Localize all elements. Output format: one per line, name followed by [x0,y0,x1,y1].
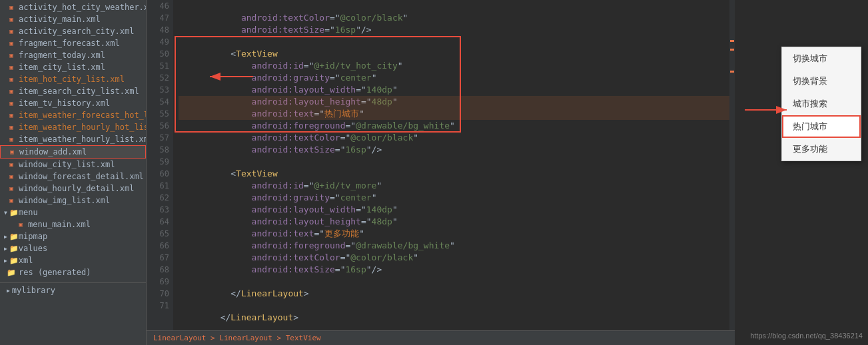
watermark: https://blog.csdn.net/qq_38436214 [750,332,863,340]
code-line-55: android:foreground="@drawable/bg_white" [179,108,735,120]
expand-triangle-icon: ▼ [4,210,7,216]
folder-icon: 📁 [9,232,19,241]
xml-file-icon: ▣ [7,123,16,132]
file-label: item_weather_hourly_hot_list.xml [19,123,147,132]
context-menu-item-switch-bg[interactable]: 切换背景 [782,70,861,93]
group-label: mipmap [19,232,47,241]
context-menu-item-hot-city[interactable]: 热门城市 [782,115,861,138]
group-label: values [19,244,47,253]
file-label: window_add.xml [19,147,87,157]
file-label: window_forecast_detail.xml [19,172,144,181]
context-menu: 切换城市 切换背景 城市搜索 热门城市 更多功能 [781,47,861,161]
code-line-69: </LinearLayout> [179,276,735,288]
xml-file-icon: ▣ [7,111,16,120]
xml-file-icon: ▣ [7,27,16,36]
context-menu-item-city-search[interactable]: 城市搜索 [782,93,861,115]
file-label: fragment_forecast.xml [19,39,120,48]
code-editor: 46 47 48 49 50 51 52 53 54 55 56 57 58 5… [147,0,735,345]
code-content[interactable]: android:textColor="@color/black" android… [173,0,735,330]
code-line-62: android:layout_width="140dp" [179,192,735,204]
code-line-49: <TextView [179,36,735,48]
context-menu-item-more-features[interactable]: 更多功能 [782,138,861,161]
activity-search-city-xml[interactable]: ▣ activity_search_city.xml [0,25,146,37]
xml-file-icon: ▣ [7,15,16,24]
file-label: menu_main.xml [28,220,91,229]
code-line-66: android:textColor="@color/black" [179,240,735,252]
folder-icon: 📁 [7,268,16,277]
code-line-59: <TextView [179,156,735,168]
item-hot-city-list-xml[interactable]: ▣ item_hot_city_list.xml [0,73,146,85]
code-line-48 [179,24,735,36]
file-label: item_weather_hourly_list.xml [19,135,147,144]
xml-file-icon: ▣ [7,3,16,12]
file-label: item_hot_city_list.xml [19,75,125,84]
file-label: item_search_city_list.xml [19,87,139,96]
item-tv-history-xml[interactable]: ▣ item_tv_history.xml [0,97,146,109]
code-line-57: android:textSize="16sp"/> [179,132,735,144]
file-label: window_city_list.xml [19,160,115,169]
xml-file-icon: ▣ [16,220,25,229]
item-weather-forecast-hot-list-xml[interactable]: ▣ item_weather_forecast_hot_list.xml [0,109,146,121]
menu-group[interactable]: ▼ 📁 menu [0,206,146,218]
code-line-53: android:layout_height="48dp" [179,84,735,96]
fragment-forecast-xml[interactable]: ▣ fragment_forecast.xml [0,37,146,49]
fragment-today-xml[interactable]: ▣ fragment_today.xml [0,49,146,61]
code-line-71: </LinearLayout> [179,300,735,312]
expand-triangle-icon: ▶ [7,288,10,294]
code-line-68 [179,264,735,276]
item-weather-hourly-hot-list-xml[interactable]: ▣ item_weather_hourly_hot_list.xml [0,121,146,133]
expand-triangle-icon: ▶ [4,246,7,252]
code-line-54: android:text="热门城市" [179,96,735,108]
mylibrary[interactable]: ▶ mylibrary [0,282,146,296]
item-city-list-xml[interactable]: ▣ item_city_list.xml [0,61,146,73]
window-add-xml[interactable]: ▣ window_add.xml [0,145,146,159]
code-line-47: android:textSize="16sp"/> [179,12,735,24]
context-menu-box: 切换城市 切换背景 城市搜索 热门城市 更多功能 [781,47,861,161]
window-img-list-xml[interactable]: ▣ window_img_list.xml [0,194,146,206]
xml-file-icon: ▣ [7,63,16,72]
code-line-63: android:layout_height="48dp" [179,204,735,216]
file-label: res (generated) [19,268,91,277]
xml-file-icon: ▣ [7,39,16,48]
menu-main-xml[interactable]: ▣ menu_main.xml [0,218,146,230]
file-label: item_tv_history.xml [19,99,110,108]
xml-file-icon: ▣ [7,160,16,169]
xml-group[interactable]: ▶ 📁 xml [0,254,146,266]
activity-main-xml[interactable]: ▣ activity_main.xml [0,13,146,25]
code-line-60: android:id="@+id/tv_more" [179,168,735,180]
window-forecast-detail-xml[interactable]: ▣ window_forecast_detail.xml [0,171,146,182]
file-label: window_hourly_detail.xml [19,184,134,193]
file-label: item_weather_forecast_hot_list.xml [19,111,147,120]
item-search-city-list-xml[interactable]: ▣ item_search_city_list.xml [0,85,146,97]
xml-file-icon: ▣ [7,135,16,144]
layout-folder: ▣ activity_hot_city_weather.xml ▣ activi… [0,0,146,280]
res-generated[interactable]: 📁 res (generated) [0,266,146,278]
window-city-list-xml[interactable]: ▣ window_city_list.xml [0,159,146,171]
xml-file-icon: ▣ [7,172,16,181]
code-line-58 [179,144,735,156]
file-label: item_city_list.xml [19,63,105,72]
code-line-61: android:gravity="center" [179,180,735,192]
context-menu-item-switch-city[interactable]: 切换城市 [782,47,861,70]
xml-file-icon: ▣ [7,196,16,205]
code-line-67: android:textSize="16sp"/> [179,252,735,264]
file-label: activity_main.xml [19,15,101,24]
folder-icon: 📁 [9,256,19,265]
code-line-52: android:layout_width="140dp" [179,72,735,84]
file-tree: ▣ activity_hot_city_weather.xml ▣ activi… [0,0,147,345]
file-label: window_img_list.xml [19,196,110,205]
line-numbers: 46 47 48 49 50 51 52 53 54 55 56 57 58 5… [147,0,173,330]
expand-triangle-icon: ▶ [4,258,7,264]
activity-hot-city-weather-xml[interactable]: ▣ activity_hot_city_weather.xml [0,1,146,13]
code-line-65: android:foreground="@drawable/bg_white" [179,228,735,240]
file-label: activity_hot_city_weather.xml [19,3,147,12]
code-line-64: android:text="更多功能" [179,216,735,228]
xml-file-icon: ▣ [7,99,16,108]
item-weather-hourly-list-xml[interactable]: ▣ item_weather_hourly_list.xml [0,133,146,145]
xml-file-icon: ▣ [7,75,16,84]
code-line-51: android:gravity="center" [179,60,735,72]
group-label: xml [19,256,33,265]
values-group[interactable]: ▶ 📁 values [0,242,146,254]
window-hourly-detail-xml[interactable]: ▣ window_hourly_detail.xml [0,182,146,194]
mipmap-group[interactable]: ▶ 📁 mipmap [0,230,146,242]
